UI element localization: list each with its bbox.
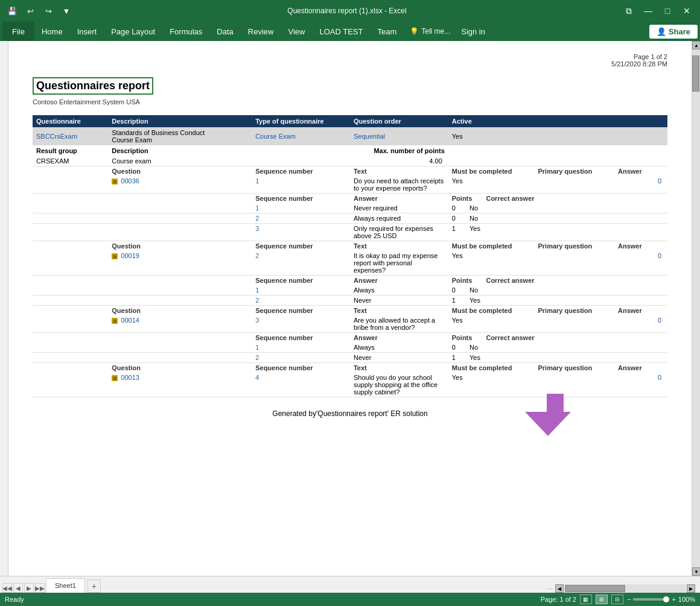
zoom-in-icon[interactable]: + — [672, 596, 675, 603]
restore-button[interactable]: ⧉ — [620, 4, 637, 17]
menu-file[interactable]: File — [2, 22, 34, 41]
question-header-2: Question Sequence number Text Must be co… — [33, 241, 667, 251]
maximize-button[interactable]: □ — [659, 4, 676, 17]
spreadsheet-area: Page 1 of 2 5/21/2020 8:28 PM Questionna… — [8, 41, 692, 576]
tab-last-button[interactable]: ▶▶ — [35, 583, 45, 593]
scroll-down-button[interactable]: ▼ — [692, 567, 700, 576]
tell-me-input[interactable]: 💡 Tell me... — [404, 25, 456, 38]
zoom-slider[interactable] — [633, 598, 669, 601]
title-bar: 💾 ↩ ↪ ▼ Questionnaires report (1).xlsx -… — [0, 0, 700, 22]
q3-answer-2: 2 Never 1 Yes — [33, 353, 667, 363]
footer-area: Generated by'Questionnaires report' ER s… — [33, 397, 667, 424]
lightbulb-icon: 💡 — [410, 27, 419, 36]
sheet-tab-1[interactable]: Sheet1 — [46, 578, 85, 593]
hscroll-right-button[interactable]: ▶ — [687, 584, 695, 593]
menu-insert[interactable]: Insert — [70, 22, 104, 41]
undo-icon[interactable]: ↩ — [23, 4, 37, 18]
scroll-track[interactable] — [692, 49, 700, 567]
q1-answer-3: 3 Only required for expenses above 25 US… — [33, 224, 667, 241]
q1-answer-1: 1 Never required 0 No — [33, 203, 667, 213]
q1-icon: ▣ — [112, 178, 118, 185]
q1-answer-2: 2 Always required 0 No — [33, 213, 667, 224]
question-header-1: Question Sequence number Text Must be co… — [33, 166, 667, 177]
type-value: Course Exam — [252, 127, 350, 145]
question-2-data: ▣ 00019 2 It is okay to pad my expense r… — [33, 251, 667, 276]
q3-answer-1: 1 Always 0 No — [33, 342, 667, 353]
save-icon[interactable]: 💾 — [5, 4, 19, 18]
right-scrollbar[interactable]: ▲ ▼ — [692, 41, 700, 576]
hscroll-thumb[interactable] — [565, 585, 625, 592]
scroll-thumb[interactable] — [692, 55, 699, 92]
page-date: 5/21/2020 8:28 PM — [33, 60, 667, 68]
close-button[interactable]: ✕ — [678, 4, 695, 17]
tab-prev-button[interactable]: ◀ — [13, 583, 23, 593]
report-table: Questionnaire Description Type of questi… — [33, 115, 667, 397]
content-wrapper: Page 1 of 2 5/21/2020 8:28 PM Questionna… — [0, 41, 700, 576]
tab-bar: ◀◀ ◀ ▶ ▶▶ Sheet1 + ⋯ ◀ ▶ — [0, 576, 700, 593]
share-button[interactable]: 👤 Share — [649, 25, 698, 39]
question-1-data: ▣ 00036 1 Do you need to attach receipts… — [33, 176, 667, 194]
col-active: Active — [448, 115, 667, 127]
result-group-data: CRSEXAM Course exam 4.00 — [33, 156, 667, 166]
arrow-decoration — [539, 394, 571, 436]
app-title: Questionnaires report (1).xlsx - Excel — [74, 7, 620, 15]
sign-in-button[interactable]: Sign in — [456, 25, 490, 39]
col-type: Type of questionnaire — [252, 115, 350, 127]
q2-icon: ▣ — [112, 253, 118, 259]
hscroll-left-button[interactable]: ◀ — [555, 584, 564, 593]
result-group-row: Result group Description Max. number of … — [33, 145, 667, 156]
col-order: Question order — [350, 115, 448, 127]
zoom-level: 100% — [678, 596, 695, 603]
redo-icon[interactable]: ↪ — [41, 4, 56, 18]
tab-options-button[interactable]: ⋯ — [546, 584, 554, 593]
menu-home[interactable]: Home — [34, 22, 70, 41]
question-header-4: Question Sequence number Text Must be co… — [33, 363, 667, 373]
menu-formulas[interactable]: Formulas — [162, 22, 209, 41]
q2-answer-1: 1 Always 0 No — [33, 285, 667, 295]
footer-text: Generated by'Questionnaires report' ER s… — [272, 409, 427, 418]
order-value: Sequential — [350, 127, 448, 145]
status-right: Page: 1 of 2 ▦ ⊞ ⊟ − + 100% — [541, 595, 695, 604]
question-3-data: ▣ 00014 3 Are you allowed to accept a br… — [33, 315, 667, 333]
normal-view-button[interactable]: ▦ — [580, 595, 592, 604]
menu-load-test[interactable]: LOAD TEST — [312, 22, 370, 41]
report-title: Questionnaires report — [36, 80, 150, 92]
q3-answer-header: Sequence number Answer Points Correct an… — [33, 333, 667, 343]
menu-team[interactable]: Team — [370, 22, 404, 41]
menu-page-layout[interactable]: Page Layout — [104, 22, 162, 41]
status-ready: Ready — [5, 596, 24, 603]
page-break-view-button[interactable]: ⊟ — [611, 595, 623, 604]
report-subtitle: Contoso Entertainment System USA — [33, 98, 667, 106]
active-value: Yes — [448, 127, 667, 145]
zoom-out-icon[interactable]: − — [627, 596, 631, 603]
left-margin — [0, 41, 8, 576]
more-icon[interactable]: ▼ — [59, 4, 74, 18]
menu-view[interactable]: View — [281, 22, 312, 41]
report-title-box: Questionnaires report — [33, 77, 153, 95]
scroll-up-button[interactable]: ▲ — [692, 41, 700, 49]
q2-answer-2: 2 Never 1 Yes — [33, 295, 667, 306]
question-header-3: Question Sequence number Text Must be co… — [33, 306, 667, 316]
zoom-thumb[interactable] — [663, 596, 669, 602]
page-number: Page 1 of 2 — [33, 53, 667, 60]
hscroll-track[interactable] — [565, 584, 686, 593]
col-questionnaire: Questionnaire — [33, 115, 108, 127]
add-sheet-button[interactable]: + — [88, 579, 101, 593]
q4-icon: ▣ — [112, 375, 118, 381]
tab-next-button[interactable]: ▶ — [24, 583, 34, 593]
minimize-button[interactable]: — — [640, 4, 657, 17]
q2-answer-header: Sequence number Answer Points Correct an… — [33, 276, 667, 286]
q3-icon: ▣ — [112, 318, 118, 324]
description-value: Standards of Business Conduct Course Exa… — [108, 127, 252, 145]
col-description: Description — [108, 115, 252, 127]
main-data-row: SBCCrsExam Standards of Business Conduct… — [33, 127, 667, 145]
zoom-area: − + 100% — [627, 596, 695, 603]
page-header: Page 1 of 2 5/21/2020 8:28 PM — [33, 53, 667, 68]
tab-first-button[interactable]: ◀◀ — [2, 583, 12, 593]
question-4-data: ▣ 00013 4 Should you do your school supp… — [33, 373, 667, 397]
menu-data[interactable]: Data — [209, 22, 240, 41]
page-info: Page: 1 of 2 — [541, 596, 576, 603]
page-layout-view-button[interactable]: ⊞ — [596, 595, 608, 604]
menu-review[interactable]: Review — [241, 22, 281, 41]
menu-bar: File Home Insert Page Layout Formulas Da… — [0, 22, 700, 41]
